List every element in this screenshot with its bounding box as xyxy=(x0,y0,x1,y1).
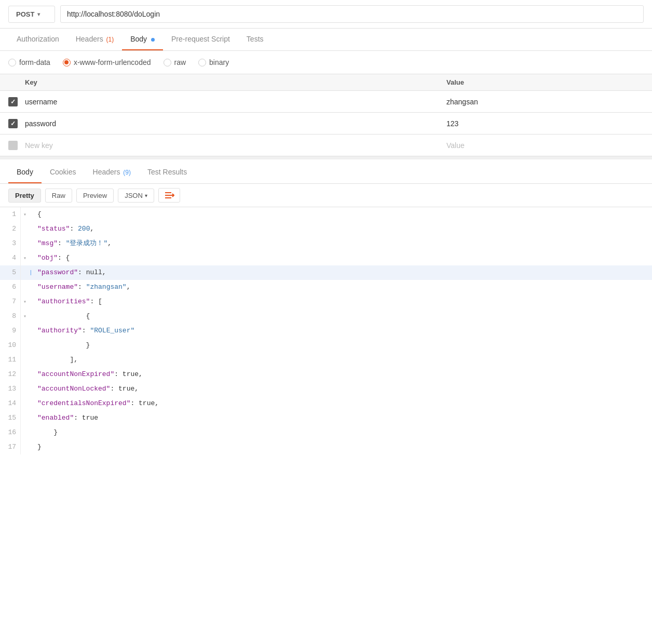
json-type-select[interactable]: JSON ▾ xyxy=(118,189,154,203)
method-button[interactable]: POST ▾ xyxy=(8,6,55,23)
fold-icon-1[interactable]: ▾ xyxy=(21,207,29,222)
top-bar: POST ▾ xyxy=(0,0,652,29)
radio-raw[interactable]: raw xyxy=(164,58,186,66)
key-password[interactable]: password xyxy=(25,119,446,128)
response-tabs: Body Cookies Headers (9) Test Results xyxy=(0,162,652,184)
checkbox-password[interactable]: ✓ xyxy=(8,119,18,128)
resp-tab-cookies[interactable]: Cookies xyxy=(42,162,85,183)
kv-row-password: ✓ password 123 xyxy=(0,113,652,135)
fold-icon-17 xyxy=(21,440,29,454)
tab-authorization[interactable]: Authorization xyxy=(8,29,67,50)
kv-row-new: New key Value xyxy=(0,135,652,156)
tab-body[interactable]: Body xyxy=(122,29,163,50)
code-line-13: 13 "accountNonLocked": true, xyxy=(0,382,652,396)
fold-icon-8[interactable]: ▾ xyxy=(21,309,29,324)
body-dot xyxy=(151,38,155,42)
method-chevron: ▾ xyxy=(37,11,40,17)
wrap-button[interactable] xyxy=(158,188,180,203)
fold-icon-13 xyxy=(21,382,29,396)
code-line-12: 12 "accountNonExpired": true, xyxy=(0,367,652,382)
fold-icon-16 xyxy=(21,425,29,440)
fold-icon-4[interactable]: ▾ xyxy=(21,251,29,265)
fold-icon-12 xyxy=(21,367,29,382)
request-tabs: Authorization Headers (1) Body Pre-reque… xyxy=(0,29,652,51)
val-username[interactable]: zhangsan xyxy=(446,98,644,106)
fold-icon-7[interactable]: ▾ xyxy=(21,294,29,309)
resp-tab-test-results[interactable]: Test Results xyxy=(139,162,195,183)
val-new[interactable]: Value xyxy=(446,141,644,150)
code-line-14: 14 "credentialsNonExpired": true, xyxy=(0,396,652,411)
fold-icon-2 xyxy=(21,222,29,236)
code-line-10: 10 } xyxy=(0,338,652,353)
code-line-9: 9 "authority": "ROLE_user" xyxy=(0,324,652,338)
resp-format-bar: Pretty Raw Preview JSON ▾ xyxy=(0,184,652,207)
checkbox-username[interactable]: ✓ xyxy=(8,97,18,106)
radio-raw-circle xyxy=(164,59,171,66)
code-line-5: 5| "password": null, xyxy=(0,265,652,280)
code-line-8: 8▾ { xyxy=(0,309,652,324)
section-divider xyxy=(0,156,652,159)
radio-form-data[interactable]: form-data xyxy=(8,58,50,66)
fold-icon-6 xyxy=(21,280,29,294)
format-raw[interactable]: Raw xyxy=(45,189,72,203)
code-line-11: 11 ], xyxy=(0,353,652,367)
key-new[interactable]: New key xyxy=(25,141,446,150)
code-line-3: 3 "msg": "登录成功！", xyxy=(0,236,652,251)
fold-icon-5 xyxy=(21,265,29,280)
fold-icon-3 xyxy=(21,236,29,251)
code-line-1: 1▾{ xyxy=(0,207,652,222)
json-code-viewer: 1▾{2 "status": 200,3 "msg": "登录成功！",4▾ "… xyxy=(0,207,652,454)
body-type-row: form-data x-www-form-urlencoded raw bina… xyxy=(0,51,652,74)
code-line-15: 15 "enabled": true xyxy=(0,411,652,425)
fold-icon-10 xyxy=(21,338,29,353)
checkbox-new[interactable] xyxy=(8,141,18,150)
kv-table-header: Key Value xyxy=(0,74,652,91)
key-username[interactable]: username xyxy=(25,98,446,106)
format-preview[interactable]: Preview xyxy=(76,189,114,203)
url-input[interactable] xyxy=(60,5,644,23)
kv-row-username: ✓ username zhangsan xyxy=(0,91,652,113)
resp-tab-headers[interactable]: Headers (9) xyxy=(85,162,139,183)
fold-icon-14 xyxy=(21,396,29,411)
radio-urlencoded[interactable]: x-www-form-urlencoded xyxy=(63,58,151,66)
code-line-2: 2 "status": 200, xyxy=(0,222,652,236)
format-pretty[interactable]: Pretty xyxy=(8,189,41,203)
val-password[interactable]: 123 xyxy=(446,119,644,128)
code-line-6: 6 "username": "zhangsan", xyxy=(0,280,652,294)
method-label: POST xyxy=(16,10,34,18)
tab-headers[interactable]: Headers (1) xyxy=(67,29,122,50)
radio-binary[interactable]: binary xyxy=(198,58,229,66)
fold-icon-9 xyxy=(21,324,29,338)
tab-tests[interactable]: Tests xyxy=(238,29,272,50)
radio-urlencoded-circle xyxy=(63,59,71,66)
tab-prerequest[interactable]: Pre-request Script xyxy=(163,29,238,50)
resp-tab-body[interactable]: Body xyxy=(8,162,42,183)
code-line-7: 7▾ "authorities": [ xyxy=(0,294,652,309)
radio-form-data-circle xyxy=(8,59,16,66)
fold-icon-11 xyxy=(21,353,29,367)
code-line-17: 17} xyxy=(0,440,652,454)
code-line-4: 4▾ "obj": { xyxy=(0,251,652,265)
code-line-16: 16 } xyxy=(0,425,652,440)
fold-icon-15 xyxy=(21,411,29,425)
radio-binary-circle xyxy=(198,59,206,66)
